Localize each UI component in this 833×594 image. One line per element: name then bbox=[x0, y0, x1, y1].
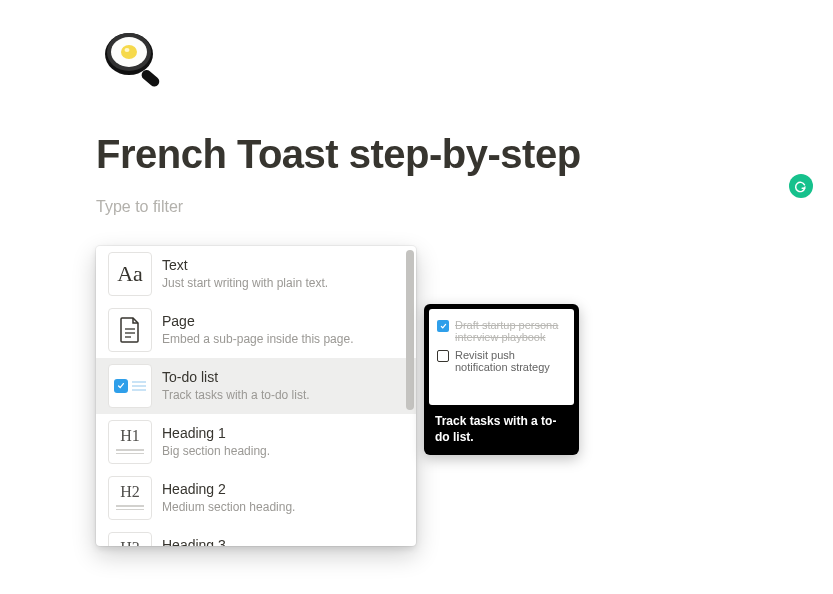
heading-icon: H3 bbox=[116, 540, 144, 546]
block-option-icon bbox=[108, 308, 152, 352]
preview-thumbnail: Draft startup persona interview playbook… bbox=[429, 309, 574, 405]
svg-point-4 bbox=[125, 48, 130, 52]
block-option-text[interactable]: AaTextJust start writing with plain text… bbox=[96, 246, 416, 302]
heading-icon: H1 bbox=[116, 428, 144, 456]
block-option-desc: Embed a sub-page inside this page. bbox=[162, 331, 404, 347]
block-option-icon: H2 bbox=[108, 476, 152, 520]
block-option-desc: Just start writing with plain text. bbox=[162, 275, 404, 291]
block-option-text: PageEmbed a sub-page inside this page. bbox=[162, 312, 404, 347]
page-icon[interactable] bbox=[96, 24, 174, 102]
block-option-text: Heading 2Medium section heading. bbox=[162, 480, 404, 515]
preview-todo-row: Revisit push notification strategy bbox=[437, 349, 566, 373]
checkbox-unchecked-icon bbox=[437, 350, 449, 362]
block-option-h2[interactable]: H2Heading 2Medium section heading. bbox=[96, 470, 416, 526]
block-option-todo[interactable]: To-do listTrack tasks with a to-do list. bbox=[96, 358, 416, 414]
block-option-title: Heading 3 bbox=[162, 536, 404, 546]
block-option-icon: Aa bbox=[108, 252, 152, 296]
block-option-title: Text bbox=[162, 256, 404, 275]
preview-caption: Track tasks with a to-do list. bbox=[429, 405, 574, 447]
page-icon bbox=[119, 317, 141, 343]
heading-icon: H2 bbox=[116, 484, 144, 512]
block-option-icon bbox=[108, 364, 152, 408]
block-option-h1[interactable]: H1Heading 1Big section heading. bbox=[96, 414, 416, 470]
grammarly-icon[interactable] bbox=[789, 174, 813, 198]
block-option-icon: H3 bbox=[108, 532, 152, 546]
menu-scrollbar[interactable] bbox=[406, 250, 414, 410]
todo-icon bbox=[114, 379, 146, 393]
block-option-text: To-do listTrack tasks with a to-do list. bbox=[162, 368, 404, 403]
block-filter-input[interactable] bbox=[96, 196, 737, 218]
block-option-text: Heading 3Small section heading. bbox=[162, 536, 404, 546]
svg-point-3 bbox=[121, 45, 137, 59]
block-option-text: Heading 1Big section heading. bbox=[162, 424, 404, 459]
block-option-desc: Big section heading. bbox=[162, 443, 404, 459]
page-title[interactable]: French Toast step-by-step bbox=[96, 130, 737, 178]
block-option-title: To-do list bbox=[162, 368, 404, 387]
block-option-desc: Medium section heading. bbox=[162, 499, 404, 515]
preview-todo-row: Draft startup persona interview playbook bbox=[437, 319, 566, 343]
block-option-page[interactable]: PageEmbed a sub-page inside this page. bbox=[96, 302, 416, 358]
text-icon: Aa bbox=[117, 261, 143, 287]
preview-todo-text: Revisit push notification strategy bbox=[455, 349, 566, 373]
preview-todo-text: Draft startup persona interview playbook bbox=[455, 319, 566, 343]
block-option-title: Heading 1 bbox=[162, 424, 404, 443]
block-option-title: Page bbox=[162, 312, 404, 331]
block-option-text: TextJust start writing with plain text. bbox=[162, 256, 404, 291]
block-type-menu: AaTextJust start writing with plain text… bbox=[96, 246, 416, 546]
checkbox-checked-icon bbox=[437, 320, 449, 332]
block-option-icon: H1 bbox=[108, 420, 152, 464]
block-option-h3[interactable]: H3Heading 3Small section heading. bbox=[96, 526, 416, 546]
block-option-desc: Track tasks with a to-do list. bbox=[162, 387, 404, 403]
block-option-title: Heading 2 bbox=[162, 480, 404, 499]
block-preview-tooltip: Draft startup persona interview playbook… bbox=[424, 304, 579, 455]
